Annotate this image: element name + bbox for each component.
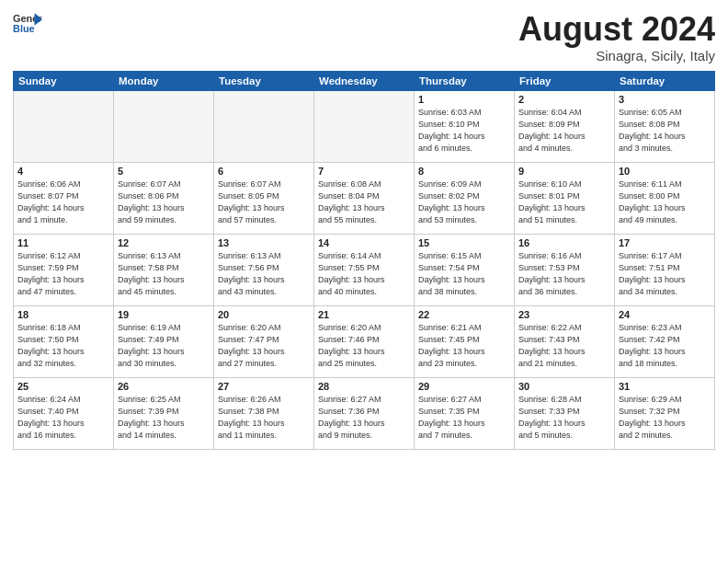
- day-info: Sunrise: 6:06 AM Sunset: 8:07 PM Dayligh…: [17, 178, 109, 226]
- day-info: Sunrise: 6:20 AM Sunset: 7:46 PM Dayligh…: [318, 322, 410, 370]
- day-number: 22: [418, 309, 510, 320]
- day-info: Sunrise: 6:18 AM Sunset: 7:50 PM Dayligh…: [17, 322, 109, 370]
- subtitle: Sinagra, Sicily, Italy: [518, 48, 715, 63]
- day-number: 28: [318, 381, 410, 392]
- table-row: 11Sunrise: 6:12 AM Sunset: 7:59 PM Dayli…: [14, 234, 114, 305]
- header: General Blue August 2024 Sinagra, Sicily…: [13, 11, 715, 63]
- logo: General Blue: [13, 11, 44, 37]
- table-row: 8Sunrise: 6:09 AM Sunset: 8:02 PM Daylig…: [415, 162, 515, 234]
- day-number: 2: [518, 94, 610, 105]
- day-info: Sunrise: 6:14 AM Sunset: 7:55 PM Dayligh…: [318, 250, 410, 298]
- table-row: 18Sunrise: 6:18 AM Sunset: 7:50 PM Dayli…: [14, 305, 114, 377]
- day-info: Sunrise: 6:22 AM Sunset: 7:43 PM Dayligh…: [518, 322, 610, 370]
- table-row: 6Sunrise: 6:07 AM Sunset: 8:05 PM Daylig…: [214, 162, 314, 234]
- day-number: 18: [17, 309, 109, 320]
- day-info: Sunrise: 6:03 AM Sunset: 8:10 PM Dayligh…: [418, 107, 510, 155]
- table-row: [214, 90, 314, 162]
- table-row: 12Sunrise: 6:13 AM Sunset: 7:58 PM Dayli…: [114, 234, 214, 305]
- day-info: Sunrise: 6:16 AM Sunset: 7:53 PM Dayligh…: [518, 250, 610, 298]
- day-number: 4: [17, 166, 109, 177]
- day-info: Sunrise: 6:04 AM Sunset: 8:09 PM Dayligh…: [518, 107, 610, 155]
- table-row: 2Sunrise: 6:04 AM Sunset: 8:09 PM Daylig…: [515, 90, 615, 162]
- day-info: Sunrise: 6:27 AM Sunset: 7:36 PM Dayligh…: [318, 394, 410, 442]
- table-row: 9Sunrise: 6:10 AM Sunset: 8:01 PM Daylig…: [515, 162, 615, 234]
- day-number: 19: [118, 309, 210, 320]
- table-row: 21Sunrise: 6:20 AM Sunset: 7:46 PM Dayli…: [314, 305, 415, 377]
- col-sunday: Sunday: [14, 71, 114, 90]
- table-row: 17Sunrise: 6:17 AM Sunset: 7:51 PM Dayli…: [615, 234, 715, 305]
- table-row: 23Sunrise: 6:22 AM Sunset: 7:43 PM Dayli…: [515, 305, 615, 377]
- table-row: 3Sunrise: 6:05 AM Sunset: 8:08 PM Daylig…: [615, 90, 715, 162]
- day-number: 23: [518, 309, 610, 320]
- table-row: 25Sunrise: 6:24 AM Sunset: 7:40 PM Dayli…: [14, 377, 114, 449]
- day-number: 1: [418, 94, 510, 105]
- day-number: 24: [619, 309, 711, 320]
- day-info: Sunrise: 6:10 AM Sunset: 8:01 PM Dayligh…: [518, 178, 610, 226]
- day-number: 30: [518, 381, 610, 392]
- day-info: Sunrise: 6:17 AM Sunset: 7:51 PM Dayligh…: [619, 250, 711, 298]
- calendar-row-3: 18Sunrise: 6:18 AM Sunset: 7:50 PM Dayli…: [14, 305, 715, 377]
- month-title: August 2024: [518, 11, 715, 48]
- day-info: Sunrise: 6:08 AM Sunset: 8:04 PM Dayligh…: [318, 178, 410, 226]
- day-number: 15: [418, 237, 510, 248]
- table-row: 28Sunrise: 6:27 AM Sunset: 7:36 PM Dayli…: [314, 377, 415, 449]
- day-info: Sunrise: 6:19 AM Sunset: 7:49 PM Dayligh…: [118, 322, 210, 370]
- day-info: Sunrise: 6:15 AM Sunset: 7:54 PM Dayligh…: [418, 250, 510, 298]
- day-number: 11: [17, 237, 109, 248]
- day-info: Sunrise: 6:07 AM Sunset: 8:06 PM Dayligh…: [118, 178, 210, 226]
- table-row: 5Sunrise: 6:07 AM Sunset: 8:06 PM Daylig…: [114, 162, 214, 234]
- day-info: Sunrise: 6:13 AM Sunset: 7:58 PM Dayligh…: [118, 250, 210, 298]
- day-number: 10: [619, 166, 711, 177]
- calendar-row-2: 11Sunrise: 6:12 AM Sunset: 7:59 PM Dayli…: [14, 234, 715, 305]
- table-row: 20Sunrise: 6:20 AM Sunset: 7:47 PM Dayli…: [214, 305, 314, 377]
- calendar-table: Sunday Monday Tuesday Wednesday Thursday…: [13, 71, 715, 450]
- col-saturday: Saturday: [615, 71, 715, 90]
- day-number: 3: [619, 94, 711, 105]
- table-row: 7Sunrise: 6:08 AM Sunset: 8:04 PM Daylig…: [314, 162, 415, 234]
- day-info: Sunrise: 6:29 AM Sunset: 7:32 PM Dayligh…: [619, 394, 711, 442]
- day-number: 6: [218, 166, 310, 177]
- svg-text:Blue: Blue: [13, 23, 35, 34]
- day-info: Sunrise: 6:20 AM Sunset: 7:47 PM Dayligh…: [218, 322, 310, 370]
- day-number: 13: [218, 237, 310, 248]
- day-number: 27: [218, 381, 310, 392]
- day-number: 7: [318, 166, 410, 177]
- table-row: 31Sunrise: 6:29 AM Sunset: 7:32 PM Dayli…: [615, 377, 715, 449]
- day-info: Sunrise: 6:11 AM Sunset: 8:00 PM Dayligh…: [619, 178, 711, 226]
- day-info: Sunrise: 6:07 AM Sunset: 8:05 PM Dayligh…: [218, 178, 310, 226]
- logo-icon: General Blue: [13, 11, 42, 37]
- calendar-header-row: Sunday Monday Tuesday Wednesday Thursday…: [14, 71, 715, 90]
- day-number: 14: [318, 237, 410, 248]
- col-friday: Friday: [515, 71, 615, 90]
- table-row: 19Sunrise: 6:19 AM Sunset: 7:49 PM Dayli…: [114, 305, 214, 377]
- table-row: 4Sunrise: 6:06 AM Sunset: 8:07 PM Daylig…: [14, 162, 114, 234]
- day-number: 16: [518, 237, 610, 248]
- day-number: 25: [17, 381, 109, 392]
- table-row: 27Sunrise: 6:26 AM Sunset: 7:38 PM Dayli…: [214, 377, 314, 449]
- page: General Blue August 2024 Sinagra, Sicily…: [0, 0, 728, 563]
- col-wednesday: Wednesday: [314, 71, 415, 90]
- table-row: 24Sunrise: 6:23 AM Sunset: 7:42 PM Dayli…: [615, 305, 715, 377]
- table-row: 1Sunrise: 6:03 AM Sunset: 8:10 PM Daylig…: [415, 90, 515, 162]
- day-info: Sunrise: 6:24 AM Sunset: 7:40 PM Dayligh…: [17, 394, 109, 442]
- day-info: Sunrise: 6:28 AM Sunset: 7:33 PM Dayligh…: [518, 394, 610, 442]
- day-number: 29: [418, 381, 510, 392]
- day-info: Sunrise: 6:23 AM Sunset: 7:42 PM Dayligh…: [619, 322, 711, 370]
- col-tuesday: Tuesday: [214, 71, 314, 90]
- calendar-row-0: 1Sunrise: 6:03 AM Sunset: 8:10 PM Daylig…: [14, 90, 715, 162]
- table-row: 30Sunrise: 6:28 AM Sunset: 7:33 PM Dayli…: [515, 377, 615, 449]
- table-row: [114, 90, 214, 162]
- table-row: 15Sunrise: 6:15 AM Sunset: 7:54 PM Dayli…: [415, 234, 515, 305]
- day-number: 20: [218, 309, 310, 320]
- table-row: 13Sunrise: 6:13 AM Sunset: 7:56 PM Dayli…: [214, 234, 314, 305]
- table-row: [314, 90, 415, 162]
- table-row: [14, 90, 114, 162]
- table-row: 14Sunrise: 6:14 AM Sunset: 7:55 PM Dayli…: [314, 234, 415, 305]
- day-number: 21: [318, 309, 410, 320]
- table-row: 29Sunrise: 6:27 AM Sunset: 7:35 PM Dayli…: [415, 377, 515, 449]
- day-info: Sunrise: 6:27 AM Sunset: 7:35 PM Dayligh…: [418, 394, 510, 442]
- table-row: 26Sunrise: 6:25 AM Sunset: 7:39 PM Dayli…: [114, 377, 214, 449]
- title-block: August 2024 Sinagra, Sicily, Italy: [518, 11, 715, 63]
- day-info: Sunrise: 6:13 AM Sunset: 7:56 PM Dayligh…: [218, 250, 310, 298]
- table-row: 10Sunrise: 6:11 AM Sunset: 8:00 PM Dayli…: [615, 162, 715, 234]
